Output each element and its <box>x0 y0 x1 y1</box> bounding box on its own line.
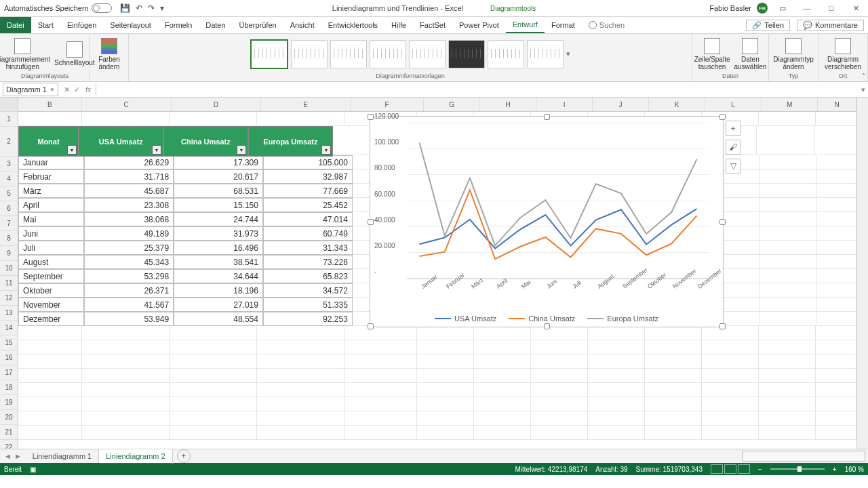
chart-style-4[interactable] <box>370 40 406 68</box>
change-colors-button[interactable]: Farben ändern <box>94 38 124 70</box>
cell[interactable] <box>82 326 170 340</box>
row-header[interactable]: 2 <box>0 127 18 157</box>
cell[interactable] <box>816 198 856 212</box>
save-icon[interactable]: 💾 <box>120 3 130 13</box>
formula-input[interactable] <box>96 83 859 96</box>
sheet-tab[interactable]: Liniendiagramm 1 <box>26 449 99 463</box>
cell[interactable] <box>257 354 344 369</box>
table-cell[interactable]: 32.987 <box>263 169 353 184</box>
cell[interactable] <box>344 426 417 440</box>
cell[interactable] <box>816 383 856 397</box>
chart-plot-area[interactable]: -20.00040.00060.00080.000100.000120.000 <box>407 123 709 279</box>
chart-styles-button[interactable]: 🖌 <box>726 140 741 155</box>
cell[interactable] <box>759 326 816 340</box>
table-cell[interactable]: 60.749 <box>263 226 353 241</box>
cell[interactable] <box>82 383 170 397</box>
cell[interactable] <box>645 426 702 440</box>
chart-filter-button[interactable]: ▽ <box>726 159 741 174</box>
tab-überprüfen[interactable]: Überprüfen <box>233 17 283 33</box>
name-box-dropdown-icon[interactable]: ▼ <box>50 87 55 93</box>
table-cell[interactable]: 51.335 <box>263 298 353 312</box>
cell[interactable] <box>170 383 257 397</box>
cell[interactable] <box>702 369 759 383</box>
cell[interactable] <box>588 397 645 411</box>
view-buttons[interactable] <box>711 464 750 474</box>
resize-handle-sw[interactable] <box>368 323 374 329</box>
table-header[interactable]: USA Umsatz▼ <box>79 126 163 157</box>
tab-entwicklertools[interactable]: Entwicklertools <box>321 17 384 33</box>
cell[interactable] <box>588 326 645 340</box>
cell[interactable] <box>531 354 588 369</box>
cell[interactable] <box>18 397 82 411</box>
cell[interactable] <box>18 426 82 440</box>
table-cell[interactable]: 34.644 <box>174 269 263 283</box>
add-sheet-button[interactable]: + <box>177 449 191 463</box>
change-chart-type-button[interactable]: Diagrammtyp ändern <box>773 38 814 70</box>
cell[interactable] <box>760 155 816 169</box>
cell[interactable] <box>702 383 759 397</box>
cell[interactable] <box>18 411 82 426</box>
cell[interactable] <box>702 426 759 440</box>
cell[interactable] <box>702 397 759 411</box>
row-header[interactable]: 14 <box>0 321 18 336</box>
row-headers[interactable]: 12345678910111213141516171819202122 <box>0 98 18 449</box>
cell[interactable] <box>757 126 815 155</box>
cell[interactable] <box>588 411 645 426</box>
row-header[interactable]: 16 <box>0 350 18 365</box>
filter-dropdown-icon[interactable]: ▼ <box>152 145 161 155</box>
cell[interactable] <box>760 269 816 283</box>
table-cell[interactable]: 34.572 <box>263 283 353 298</box>
resize-handle-n[interactable] <box>544 114 550 120</box>
cell[interactable] <box>816 184 856 198</box>
cell[interactable] <box>170 112 257 126</box>
cell[interactable] <box>474 354 531 369</box>
user-name[interactable]: Fabio Basler <box>709 4 751 12</box>
tab-nav-prev-icon[interactable]: ◄ <box>4 452 12 460</box>
cell[interactable] <box>816 397 856 411</box>
tab-seitenlayout[interactable]: Seitenlayout <box>103 17 158 33</box>
cell[interactable] <box>170 340 257 354</box>
cell[interactable] <box>474 340 531 354</box>
cell[interactable] <box>759 383 816 397</box>
tab-nav-next-icon[interactable]: ► <box>14 452 22 460</box>
cell[interactable] <box>18 326 82 340</box>
column-header[interactable]: D <box>172 98 261 111</box>
table-cell[interactable]: Februar <box>18 169 84 184</box>
filter-dropdown-icon[interactable]: ▼ <box>67 145 77 155</box>
table-cell[interactable]: 23.308 <box>84 198 174 212</box>
row-header[interactable]: 19 <box>0 395 18 410</box>
cell[interactable] <box>82 112 170 126</box>
column-header[interactable]: J <box>593 98 649 111</box>
spreadsheet-grid[interactable]: 12345678910111213141516171819202122 BCDE… <box>0 98 868 449</box>
cell[interactable] <box>344 383 417 397</box>
table-cell[interactable]: 41.567 <box>84 298 174 312</box>
row-header[interactable]: 4 <box>0 171 18 186</box>
zoom-slider[interactable] <box>770 468 825 470</box>
cell[interactable] <box>417 411 474 426</box>
table-cell[interactable]: 38.068 <box>84 212 174 226</box>
cell[interactable] <box>18 112 82 126</box>
tab-power pivot[interactable]: Power Pivot <box>452 17 506 33</box>
cell[interactable] <box>417 426 474 440</box>
cell[interactable] <box>645 354 702 369</box>
cell[interactable] <box>588 354 645 369</box>
resize-handle-ne[interactable] <box>719 114 726 120</box>
table-cell[interactable]: 25.452 <box>263 198 353 212</box>
table-cell[interactable]: 24.744 <box>174 212 263 226</box>
macro-record-icon[interactable]: ▣ <box>30 466 36 473</box>
cell[interactable] <box>760 226 816 241</box>
chart-style-8[interactable] <box>527 40 564 68</box>
cell[interactable] <box>531 411 588 426</box>
cell[interactable] <box>816 269 856 283</box>
horizontal-scrollbar[interactable] <box>742 451 865 462</box>
cell[interactable] <box>531 397 588 411</box>
cell[interactable] <box>645 411 702 426</box>
table-cell[interactable]: 31.343 <box>263 241 353 255</box>
cell[interactable] <box>760 298 816 312</box>
cell[interactable] <box>816 326 856 340</box>
table-cell[interactable]: 26.629 <box>84 155 174 169</box>
table-cell[interactable]: Mai <box>18 212 84 226</box>
cell[interactable] <box>759 369 816 383</box>
cell[interactable] <box>760 184 816 198</box>
column-header[interactable]: H <box>480 98 536 111</box>
